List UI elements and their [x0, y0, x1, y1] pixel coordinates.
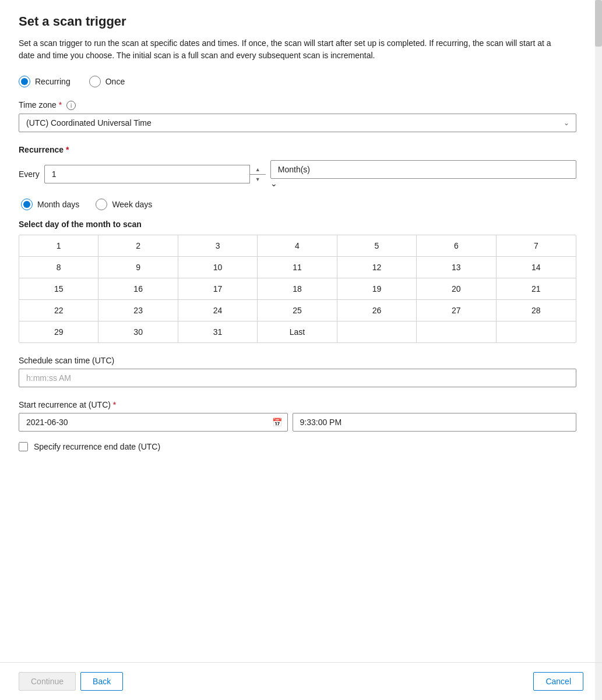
once-radio[interactable]	[89, 76, 101, 87]
calendar-cell-25[interactable]: 25	[258, 300, 337, 321]
recurrence-row: Every ▲ ▼ Day(s) Week(s) Month(s) Year(s…	[19, 160, 576, 188]
timezone-info-icon[interactable]: i	[66, 101, 76, 110]
back-button[interactable]: Back	[80, 672, 123, 691]
calendar-cell-12[interactable]: 12	[337, 257, 417, 278]
timezone-required: *	[59, 100, 62, 109]
start-recurrence-required: *	[113, 400, 116, 409]
every-spinbox[interactable]	[44, 165, 266, 183]
calendar-cell-empty-2	[417, 321, 496, 342]
recurrence-required: *	[66, 145, 69, 154]
calendar-cell-18[interactable]: 18	[258, 278, 337, 299]
schedule-time-input[interactable]	[19, 369, 576, 387]
end-date-label[interactable]: Specify recurrence end date (UTC)	[34, 442, 160, 451]
calendar-row-5: 29 30 31 Last	[19, 321, 576, 342]
calendar-cell-9[interactable]: 9	[98, 257, 178, 278]
end-date-checkbox[interactable]	[19, 442, 28, 451]
calendar-cell-5[interactable]: 5	[337, 235, 417, 256]
calendar-cell-30[interactable]: 30	[98, 321, 178, 342]
once-label: Once	[105, 77, 125, 86]
spinbox-arrows: ▲ ▼	[249, 165, 266, 183]
calendar-row-4: 22 23 24 25 26 27 28	[19, 300, 576, 321]
week-days-label: Week days	[112, 200, 152, 209]
calendar-cell-20[interactable]: 20	[417, 278, 496, 299]
scrollbar[interactable]	[595, 0, 602, 700]
continue-button[interactable]: Continue	[19, 672, 76, 691]
period-select[interactable]: Day(s) Week(s) Month(s) Year(s)	[270, 160, 576, 179]
calendar-row-1: 1 2 3 4 5 6 7	[19, 235, 576, 257]
calendar-row-3: 15 16 17 18 19 20 21	[19, 278, 576, 300]
week-days-radio[interactable]	[96, 199, 107, 210]
month-days-radio[interactable]	[21, 199, 33, 210]
spinbox-up-arrow[interactable]: ▲	[250, 165, 266, 175]
calendar-cell-3[interactable]: 3	[178, 235, 258, 256]
calendar-cell-2[interactable]: 2	[98, 235, 178, 256]
once-option[interactable]: Once	[89, 76, 125, 87]
recurring-radio[interactable]	[19, 76, 30, 87]
calendar-cell-14[interactable]: 14	[497, 257, 576, 278]
recurrence-label: Recurrence *	[19, 145, 576, 154]
calendar-cell-8[interactable]: 8	[19, 257, 98, 278]
calendar-cell-22[interactable]: 22	[19, 300, 98, 321]
timezone-label: Time zone * i	[19, 100, 576, 110]
calendar-cell-13[interactable]: 13	[417, 257, 496, 278]
start-date-input[interactable]	[19, 413, 288, 432]
calendar-cell-empty-1	[337, 321, 417, 342]
calendar-cell-16[interactable]: 16	[98, 278, 178, 299]
every-spinbox-wrapper: ▲ ▼	[44, 165, 266, 183]
calendar-cell-7[interactable]: 7	[497, 235, 576, 256]
calendar-cell-11[interactable]: 11	[258, 257, 337, 278]
period-select-wrapper: Day(s) Week(s) Month(s) Year(s) ⌄	[270, 160, 576, 188]
start-recurrence-label: Start recurrence at (UTC) *	[19, 400, 576, 409]
every-label: Every	[19, 169, 40, 179]
schedule-time-label: Schedule scan time (UTC)	[19, 356, 576, 365]
start-time-input[interactable]	[293, 413, 577, 432]
date-input-wrapper: 📅	[19, 413, 288, 432]
calendar-cell-6[interactable]: 6	[417, 235, 496, 256]
calendar-cell-28[interactable]: 28	[497, 300, 576, 321]
page-description: Set a scan trigger to run the scan at sp…	[19, 37, 566, 62]
trigger-type-group: Recurring Once	[19, 76, 576, 87]
week-days-option[interactable]: Week days	[96, 199, 152, 210]
scrollbar-thumb[interactable]	[595, 0, 602, 47]
calendar-cell-4[interactable]: 4	[258, 235, 337, 256]
period-chevron-icon: ⌄	[270, 179, 277, 188]
spinbox-down-arrow[interactable]: ▼	[250, 175, 266, 184]
day-type-group: Month days Week days	[21, 199, 576, 210]
month-days-option[interactable]: Month days	[21, 199, 79, 210]
calendar-cell-19[interactable]: 19	[337, 278, 417, 299]
calendar-cell-last[interactable]: Last	[258, 321, 337, 342]
start-recurrence-row: 📅	[19, 413, 576, 432]
calendar-cell-23[interactable]: 23	[98, 300, 178, 321]
recurring-option[interactable]: Recurring	[19, 76, 71, 87]
calendar-cell-29[interactable]: 29	[19, 321, 98, 342]
calendar-row-2: 8 9 10 11 12 13 14	[19, 257, 576, 278]
select-day-label: Select day of the month to scan	[19, 220, 576, 229]
calendar-cell-10[interactable]: 10	[178, 257, 258, 278]
schedule-time-section: Schedule scan time (UTC)	[19, 356, 576, 387]
end-date-row: Specify recurrence end date (UTC)	[19, 442, 576, 451]
calendar-cell-15[interactable]: 15	[19, 278, 98, 299]
calendar-grid: 1 2 3 4 5 6 7 8 9 10 11 12 13 14 15 16 1…	[19, 235, 576, 343]
cancel-button[interactable]: Cancel	[533, 672, 583, 691]
timezone-wrapper: (UTC) Coordinated Universal Time （UTC-05…	[19, 114, 576, 132]
month-days-label: Month days	[37, 200, 79, 209]
page-title: Set a scan trigger	[19, 14, 576, 29]
calendar-cell-27[interactable]: 27	[417, 300, 496, 321]
calendar-cell-21[interactable]: 21	[497, 278, 576, 299]
recurring-label: Recurring	[35, 77, 71, 86]
calendar-cell-empty-3	[497, 321, 576, 342]
calendar-cell-17[interactable]: 17	[178, 278, 258, 299]
calendar-cell-24[interactable]: 24	[178, 300, 258, 321]
calendar-cell-31[interactable]: 31	[178, 321, 258, 342]
calendar-cell-26[interactable]: 26	[337, 300, 417, 321]
timezone-select[interactable]: (UTC) Coordinated Universal Time （UTC-05…	[19, 114, 576, 132]
footer-buttons: Continue Back Cancel	[0, 662, 602, 700]
start-recurrence-section: Start recurrence at (UTC) * 📅	[19, 400, 576, 432]
calendar-cell-1[interactable]: 1	[19, 235, 98, 256]
